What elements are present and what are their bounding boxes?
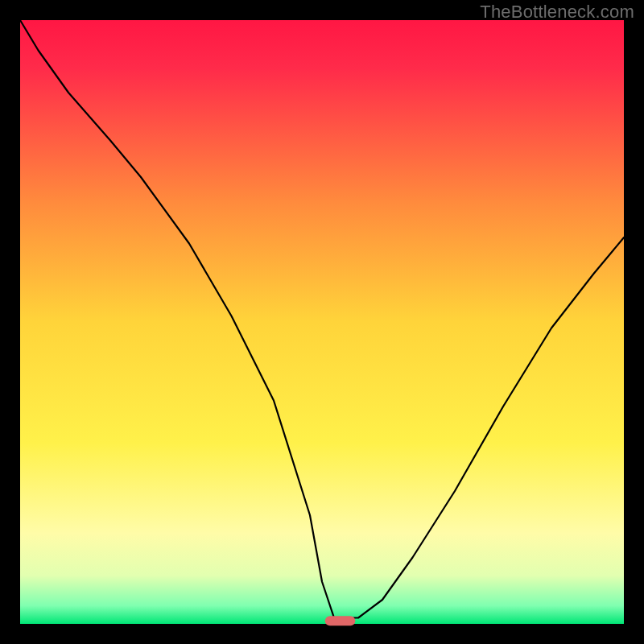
optimal-marker (325, 616, 356, 625)
plot-background (20, 20, 624, 624)
attribution-text: TheBottleneck.com (480, 2, 634, 23)
chart-frame: TheBottleneck.com (0, 0, 644, 644)
bottleneck-chart (0, 0, 644, 644)
